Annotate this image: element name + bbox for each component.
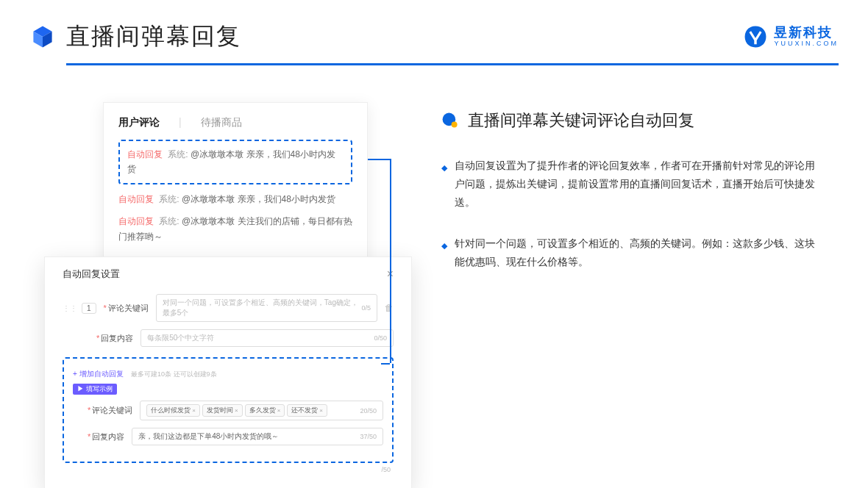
- cube-icon: [29, 24, 56, 50]
- bullet-item: ◆ 自动回复设置为了提升作者的评论回复效率，作者可在开播前针对常见的评论用户问题…: [441, 157, 824, 212]
- system-tag: 系统:: [159, 194, 179, 204]
- page-title: 直播间弹幕回复: [66, 21, 241, 53]
- delete-icon[interactable]: 🗑: [385, 303, 394, 313]
- keyword-placeholder: 对同一个问题，可设置多个相近、高频的关键词，Tag确定，最多5个: [163, 298, 362, 318]
- logo-cn: 昱新科技: [774, 26, 839, 40]
- keyword-count: 0/5: [361, 304, 371, 312]
- settings-title: 自动回复设置: [63, 268, 120, 281]
- comment-item: 自动回复 系统: @冰墩墩本墩 亲亲，我们48小时内发货: [118, 192, 352, 207]
- tag-remove-icon[interactable]: ×: [235, 407, 238, 414]
- comment-highlighted: 自动回复 系统: @冰墩墩本墩 亲亲，我们48小时内发货: [118, 140, 352, 184]
- tab-products[interactable]: 待播商品: [201, 116, 242, 129]
- connector-line: [368, 159, 390, 160]
- keyword-input[interactable]: 对同一个问题，可设置多个相近、高频的关键词，Tag确定，最多5个 0/5: [156, 294, 377, 322]
- tab-comments[interactable]: 用户评论: [118, 116, 160, 129]
- settings-panel: 自动回复设置 × ⋮⋮ 1 *评论关键词 对同一个问题，可设置多个相近、高频的关…: [44, 256, 412, 488]
- content-input[interactable]: 每条限50个中文字符 0/50: [140, 329, 394, 347]
- diamond-icon: ◆: [441, 161, 447, 212]
- connector-line: [381, 363, 390, 365]
- tag-remove-icon[interactable]: ×: [319, 407, 323, 414]
- index-number: 1: [82, 303, 96, 314]
- ex-content-input[interactable]: 亲，我们这边都是下单48小时内发货的哦～ 37/50: [132, 428, 383, 445]
- diamond-icon: ◆: [441, 239, 447, 271]
- tag-remove-icon[interactable]: ×: [192, 407, 196, 414]
- svg-point-1: [452, 122, 458, 128]
- logo-icon: [743, 24, 768, 49]
- brand-logo: 昱新科技 YUUXIN.COM: [743, 24, 839, 49]
- content-placeholder: 每条限50个中文字符: [147, 333, 374, 343]
- comment-panel: 用户评论 | 待播商品 自动回复 系统: @冰墩墩本墩 亲亲，我们48小时内发货…: [103, 102, 368, 273]
- drag-handle-icon[interactable]: ⋮⋮: [63, 304, 77, 312]
- content-count: 0/50: [374, 334, 387, 342]
- ex-content-value: 亲，我们这边都是下单48小时内发货的哦～: [138, 431, 360, 442]
- auto-reply-tag: 自动回复: [118, 194, 154, 204]
- ex-tags: 什么时候发货×发货时间×多久发货×还不发货×: [146, 404, 360, 417]
- ex-keyword-label: 评论关键词: [92, 406, 132, 415]
- auto-reply-tag: 自动回复: [127, 149, 163, 159]
- add-reply-link[interactable]: + 增加自动回复: [73, 370, 124, 378]
- add-hint: 最多可建10条 还可以创建9条: [131, 370, 217, 378]
- system-tag: 系统:: [168, 149, 188, 159]
- example-box: + 增加自动回复 最多可建10条 还可以创建9条 ▶ 填写示例 *评论关键词 什…: [63, 357, 394, 463]
- chat-bubble-icon: [441, 112, 459, 129]
- ex-content-label: 回复内容: [92, 432, 124, 441]
- tab-separator: |: [179, 116, 182, 129]
- comment-body: @冰墩墩本墩 亲亲，我们48小时内发货: [182, 194, 335, 204]
- connector-line: [390, 159, 391, 363]
- ex-keyword-input[interactable]: 什么时候发货×发货时间×多久发货×还不发货× 20/50: [140, 401, 383, 420]
- auto-reply-tag: 自动回复: [118, 216, 154, 226]
- keyword-tag[interactable]: 多久发货×: [245, 404, 285, 417]
- keyword-tag[interactable]: 什么时候发货×: [146, 404, 200, 417]
- example-badge: ▶ 填写示例: [73, 384, 117, 395]
- keyword-tag[interactable]: 还不发货×: [287, 404, 327, 417]
- content-label: 回复内容: [101, 334, 133, 342]
- keyword-label: 评论关键词: [108, 304, 149, 312]
- keyword-tag[interactable]: 发货时间×: [202, 404, 243, 417]
- bullet-text: 针对同一个问题，可设置多个相近的、高频的关键词。例如：这款多少钱、这块能优惠吗、…: [455, 234, 824, 271]
- logo-en: YUUXIN.COM: [774, 40, 839, 48]
- system-tag: 系统:: [159, 216, 179, 226]
- ex-keyword-count: 20/50: [360, 407, 377, 415]
- bullet-item: ◆ 针对同一个问题，可设置多个相近的、高频的关键词。例如：这款多少钱、这块能优惠…: [441, 234, 824, 271]
- bullet-text: 自动回复设置为了提升作者的评论回复效率，作者可在开播前针对常见的评论用户问题，提…: [455, 157, 824, 212]
- comment-item: 自动回复 系统: @冰墩墩本墩 关注我们的店铺，每日都有热门推荐哟～: [118, 214, 352, 244]
- outer-count: /50: [63, 466, 394, 473]
- tag-remove-icon[interactable]: ×: [277, 407, 281, 414]
- ex-content-count: 37/50: [360, 433, 377, 440]
- section-title: 直播间弹幕关键词评论自动回复: [468, 110, 694, 132]
